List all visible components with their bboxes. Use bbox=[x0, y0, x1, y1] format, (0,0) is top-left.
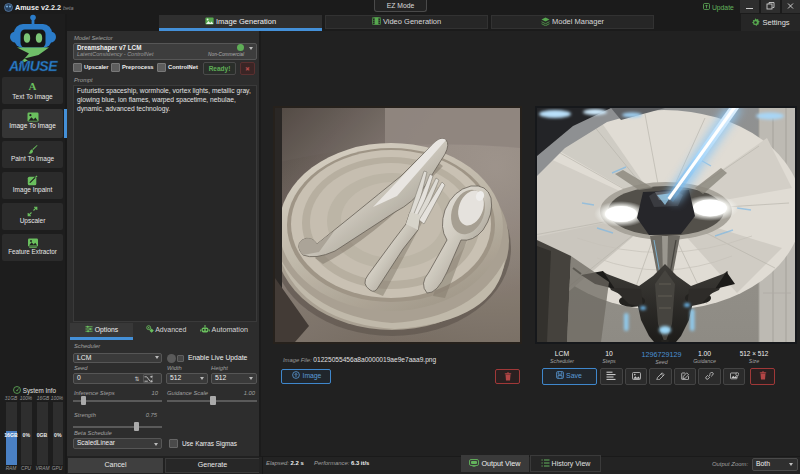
svg-text:AMUSE: AMUSE bbox=[8, 58, 58, 74]
